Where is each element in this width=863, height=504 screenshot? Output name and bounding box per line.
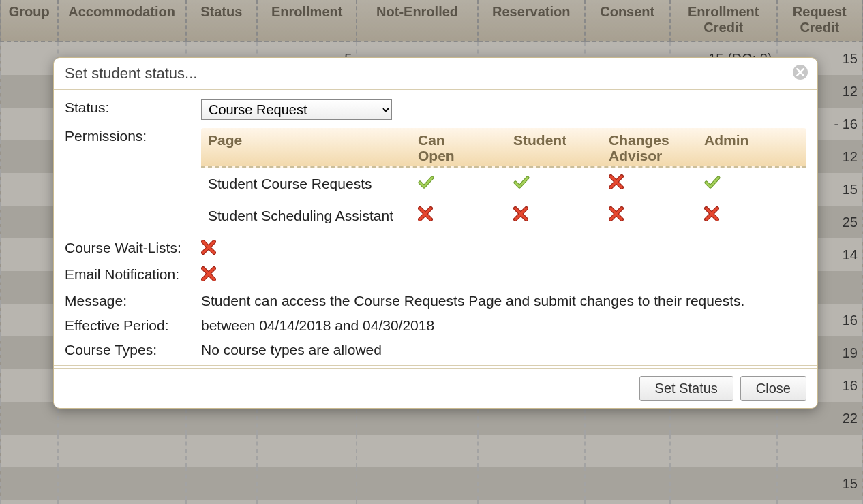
dialog-title-bar: Set student status... <box>54 58 817 90</box>
types-label: Course Types: <box>65 342 201 358</box>
email-label: Email Notification: <box>65 266 201 283</box>
dialog-body: Status: Course Request Permissions: Page… <box>54 90 817 368</box>
cross-icon <box>513 206 528 225</box>
permissions-label: Permissions: <box>65 128 201 144</box>
status-label: Status: <box>65 99 201 116</box>
perm-col-admin: Admin <box>704 132 800 163</box>
perm-col-advisor: Changes Advisor <box>609 132 704 163</box>
close-icon[interactable] <box>793 65 808 80</box>
waitlists-label: Course Wait-Lists: <box>65 240 201 256</box>
perm-col-student: Student <box>513 132 609 163</box>
cross-icon <box>201 240 216 258</box>
cross-icon <box>418 206 433 225</box>
cross-icon <box>609 174 624 193</box>
cross-icon <box>609 206 624 225</box>
perm-page-name: Student Scheduling Assistant <box>208 208 418 224</box>
dialog-title-text: Set student status... <box>65 65 197 82</box>
period-text: between 04/14/2018 and 04/30/2018 <box>201 317 806 334</box>
check-icon <box>513 176 530 193</box>
message-text: Student can access the Course Requests P… <box>201 293 806 309</box>
check-icon <box>704 176 721 193</box>
message-label: Message: <box>65 293 201 309</box>
dialog-footer: Set Status Close <box>54 368 817 408</box>
cross-icon <box>704 206 719 225</box>
set-student-status-dialog: Set student status... Status: Course Req… <box>53 57 818 409</box>
check-icon <box>418 176 434 193</box>
period-label: Effective Period: <box>65 317 201 334</box>
permissions-table: Page Can Open Student Changes Advisor Ad… <box>201 128 806 232</box>
perm-col-page: Page <box>208 132 418 163</box>
close-button[interactable]: Close <box>740 376 806 401</box>
perm-row: Student Scheduling Assistant <box>201 200 806 232</box>
types-text: No course types are allowed <box>201 342 806 358</box>
status-select[interactable]: Course Request <box>201 99 392 120</box>
perm-page-name: Student Course Requests <box>208 176 418 192</box>
perm-row: Student Course Requests <box>201 168 806 200</box>
cross-icon <box>201 266 216 285</box>
set-status-button[interactable]: Set Status <box>639 376 733 401</box>
perm-col-open: Can Open <box>418 132 513 163</box>
